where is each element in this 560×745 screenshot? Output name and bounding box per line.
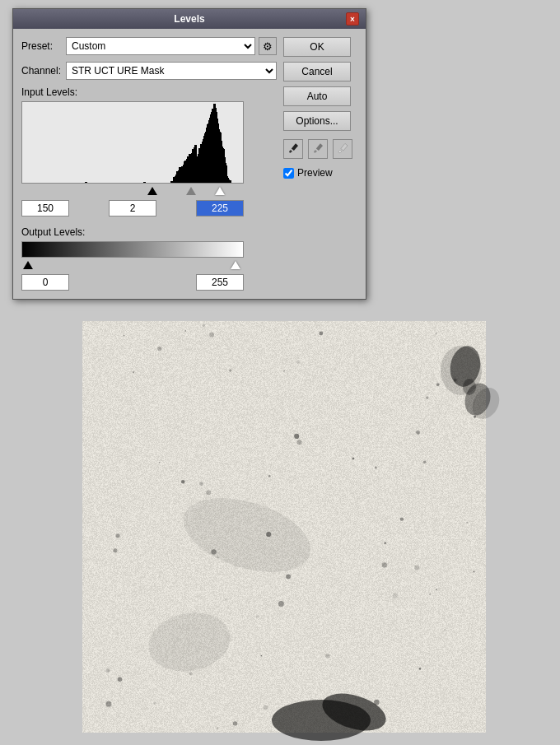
preset-label: Preset: bbox=[21, 40, 63, 52]
svg-rect-4 bbox=[341, 143, 348, 151]
input-white-value[interactable] bbox=[196, 200, 244, 217]
svg-marker-1 bbox=[289, 150, 292, 153]
output-levels-values bbox=[21, 274, 244, 291]
input-levels-values bbox=[21, 200, 244, 217]
eyedroppers-row bbox=[283, 139, 357, 159]
options-button[interactable]: Options... bbox=[283, 111, 351, 131]
white-input-handle[interactable] bbox=[215, 187, 225, 195]
gear-icon: ⚙ bbox=[263, 40, 273, 53]
preset-select[interactable]: Custom bbox=[66, 37, 255, 55]
output-gradient bbox=[21, 241, 244, 258]
input-mid-value[interactable] bbox=[109, 200, 156, 217]
channel-row: Channel: STR UCT URE Mask bbox=[21, 62, 277, 80]
dialog-title: Levels bbox=[33, 13, 346, 25]
preview-checkbox[interactable] bbox=[283, 168, 294, 179]
input-mid-spacer bbox=[69, 200, 196, 217]
gear-button[interactable]: ⚙ bbox=[259, 37, 277, 55]
close-button[interactable]: × bbox=[346, 12, 359, 26]
input-black-value[interactable] bbox=[21, 200, 69, 217]
preview-label: Preview bbox=[297, 167, 333, 179]
white-output-handle[interactable] bbox=[231, 261, 240, 269]
right-panel: OK Cancel Auto Options... bbox=[283, 37, 357, 291]
gray-eyedropper-icon bbox=[312, 143, 324, 155]
channel-select[interactable]: STR UCT URE Mask bbox=[66, 62, 277, 80]
ok-button[interactable]: OK bbox=[283, 37, 351, 57]
dialog-body: Preset: Custom ⚙ Channel: STR UCT URE Ma… bbox=[13, 29, 366, 299]
svg-marker-3 bbox=[314, 150, 317, 153]
input-slider-row bbox=[21, 184, 244, 197]
dialog-titlebar: Levels × bbox=[13, 9, 366, 29]
white-eyedropper-icon bbox=[337, 143, 348, 155]
gray-eyedropper[interactable] bbox=[308, 139, 328, 159]
svg-rect-2 bbox=[316, 143, 323, 151]
left-panel: Preset: Custom ⚙ Channel: STR UCT URE Ma… bbox=[21, 37, 277, 291]
levels-dialog: Levels × Preset: Custom ⚙ Channel: ST bbox=[12, 8, 366, 300]
preview-row: Preview bbox=[283, 167, 357, 179]
output-white-value[interactable] bbox=[196, 274, 244, 291]
white-eyedropper[interactable] bbox=[333, 139, 352, 159]
histogram-canvas bbox=[22, 102, 244, 184]
histogram-container bbox=[21, 101, 244, 184]
input-levels-label: Input Levels: bbox=[21, 86, 277, 98]
black-eyedropper[interactable] bbox=[283, 139, 303, 159]
gray-input-handle[interactable] bbox=[186, 187, 196, 195]
svg-marker-5 bbox=[338, 150, 342, 153]
cancel-button[interactable]: Cancel bbox=[283, 62, 351, 81]
preset-row: Preset: Custom ⚙ bbox=[21, 37, 277, 55]
output-black-value[interactable] bbox=[21, 274, 69, 291]
black-input-handle[interactable] bbox=[147, 187, 157, 195]
svg-rect-0 bbox=[292, 143, 298, 151]
channel-label: Channel: bbox=[21, 65, 63, 77]
black-output-handle[interactable] bbox=[23, 261, 33, 269]
black-eyedropper-icon bbox=[287, 143, 299, 155]
output-levels-label: Output Levels: bbox=[21, 226, 277, 238]
auto-button[interactable]: Auto bbox=[283, 86, 351, 106]
output-slider-row bbox=[21, 258, 244, 271]
